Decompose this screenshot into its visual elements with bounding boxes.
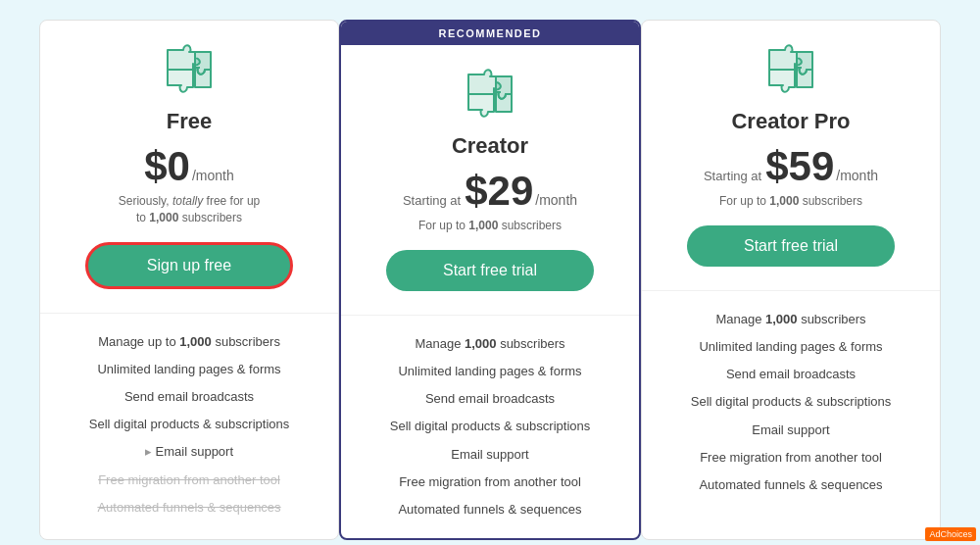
starting-at-creator: Starting at — [403, 193, 461, 208]
price-dollar-creator-pro: $59 — [765, 146, 834, 187]
plan-name-creator-pro: Creator Pro — [731, 109, 850, 134]
feature-item-0-1: Unlimited landing pages & forms — [56, 361, 322, 378]
plan-icon-creator — [463, 69, 517, 124]
price-dollar-free: $0 — [144, 146, 190, 187]
cta-button-free[interactable]: Sign up free — [85, 242, 292, 289]
feature-item-2-6: Automated funnels & sequences — [658, 476, 924, 494]
feature-item-0-3: Sell digital products & subscriptions — [56, 416, 322, 433]
feature-item-2-3: Sell digital products & subscriptions — [658, 393, 924, 411]
feature-item-1-4: Email support — [357, 446, 623, 464]
feature-item-2-0: Manage 1,000 subscribers — [658, 311, 924, 328]
feature-item-0-0: Manage up to 1,000 subscribers — [56, 333, 322, 351]
plan-price-creator: Starting at$29 /month — [403, 171, 577, 212]
feature-item-1-5: Free migration from another tool — [357, 473, 623, 491]
plan-features-free: Manage up to 1,000 subscribersUnlimited … — [40, 314, 338, 540]
plan-name-creator: Creator — [452, 133, 528, 159]
cta-button-creator[interactable]: Start free trial — [386, 250, 593, 291]
feature-item-0-2: Send email broadcasts — [56, 388, 322, 406]
starting-at-creator-pro: Starting at — [704, 169, 761, 183]
plan-price-creator-pro: Starting at$59 /month — [704, 146, 878, 187]
feature-item-2-1: Unlimited landing pages & forms — [658, 338, 924, 356]
feature-item-0-4: Email support — [56, 443, 322, 461]
price-note-free: Seriously, totally free for upto 1,000 s… — [119, 193, 261, 226]
feature-item-2-5: Free migration from another tool — [658, 449, 924, 467]
plan-header-creator: Creator Starting at$29 /month For up to … — [341, 45, 639, 316]
feature-item-2-2: Send email broadcasts — [658, 366, 924, 383]
plan-header-free: Free $0 /month Seriously, totally free f… — [40, 21, 338, 314]
price-period-free: /month — [192, 168, 234, 183]
feature-item-1-2: Send email broadcasts — [357, 390, 623, 408]
price-period-creator-pro: /month — [836, 168, 878, 183]
plan-features-creator: Manage 1,000 subscribersUnlimited landin… — [341, 316, 639, 538]
plan-card-free: Free $0 /month Seriously, totally free f… — [39, 20, 339, 540]
feature-item-1-1: Unlimited landing pages & forms — [357, 363, 623, 380]
plan-price-free: $0 /month — [144, 146, 234, 187]
plan-card-creator: RECOMMENDED Creator Starting at$29 /mont… — [339, 20, 641, 540]
feature-item-1-6: Automated funnels & sequences — [357, 501, 623, 519]
feature-item-0-6: Automated funnels & sequences — [56, 499, 322, 517]
price-note-creator: For up to 1,000 subscribers — [418, 218, 562, 234]
plan-icon-free — [162, 44, 217, 99]
plan-card-creator-pro: Creator Pro Starting at$59 /month For up… — [641, 20, 941, 540]
plan-icon-creator-pro — [763, 44, 818, 99]
feature-item-1-3: Sell digital products & subscriptions — [357, 418, 623, 435]
plan-header-creator-pro: Creator Pro Starting at$59 /month For up… — [642, 21, 940, 291]
plan-name-free: Free — [167, 109, 212, 134]
plan-features-creator-pro: Manage 1,000 subscribersUnlimited landin… — [642, 291, 940, 539]
feature-item-1-0: Manage 1,000 subscribers — [357, 335, 623, 353]
feature-item-0-5: Free migration from another tool — [56, 471, 322, 489]
cta-button-creator-pro[interactable]: Start free trial — [687, 225, 894, 267]
feature-item-2-4: Email support — [658, 421, 924, 439]
price-dollar-creator: $29 — [465, 171, 533, 212]
pricing-container: Free $0 /month Seriously, totally free f… — [20, 0, 960, 545]
ad-choices-badge: AdChoices — [925, 527, 976, 541]
price-period-creator: /month — [535, 192, 577, 208]
price-note-creator-pro: For up to 1,000 subscribers — [719, 193, 862, 210]
recommended-badge: RECOMMENDED — [341, 22, 639, 45]
